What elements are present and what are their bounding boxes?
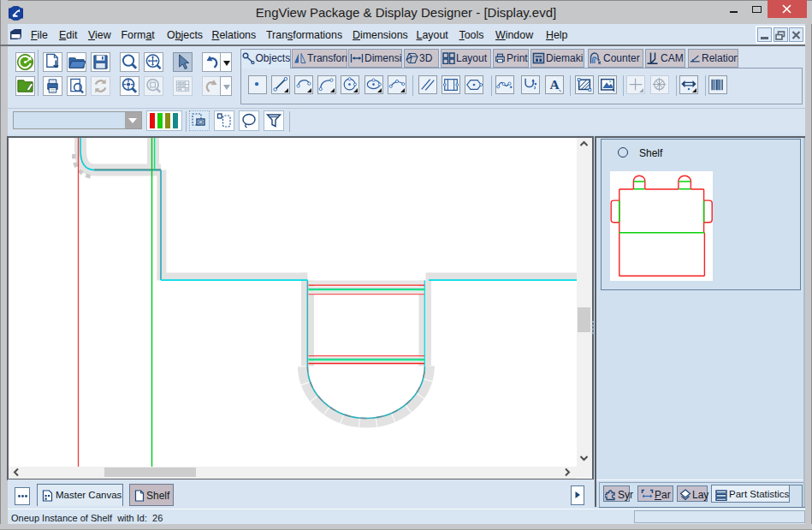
svg-text:A: A [549,77,560,92]
